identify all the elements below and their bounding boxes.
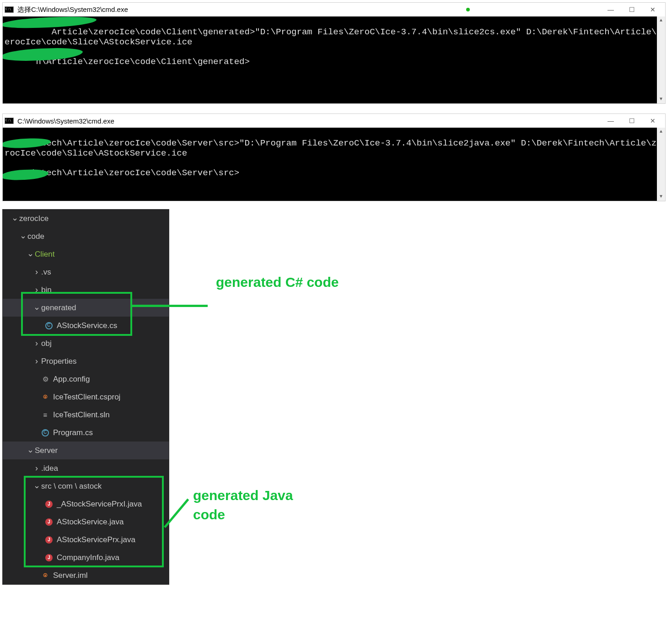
chevron-right-icon: [33, 285, 40, 295]
annotation-label-cs: generated C# code: [216, 273, 339, 292]
chevron-down-icon: [19, 232, 27, 242]
tree-label: Server: [35, 446, 58, 455]
tree-label: .idea: [41, 464, 58, 473]
tree-label: code: [27, 232, 44, 241]
java-file-icon: [45, 518, 53, 526]
chevron-right-icon: [33, 356, 40, 366]
tree-folder-obj[interactable]: obj: [3, 334, 169, 352]
cmd2-titlebar[interactable]: C:\Windows\System32\cmd.exe — ☐ ✕: [3, 114, 665, 128]
tree-file-server-iml[interactable]: Server.iml: [3, 566, 169, 584]
tree-file-astockservice-java[interactable]: AStockService.java: [3, 513, 169, 531]
java-file-icon: [45, 554, 53, 561]
scrollbar[interactable]: ▲ ▼: [657, 16, 665, 103]
tree-label: Properties: [41, 357, 76, 366]
minimize-button[interactable]: —: [600, 3, 621, 16]
tree-label: App.config: [53, 375, 90, 384]
config-file-icon: [41, 375, 49, 383]
tree-label: AStockService.java: [57, 517, 124, 527]
java-file-icon: [45, 501, 53, 508]
tree-folder-vs[interactable]: .vs: [3, 263, 169, 281]
scroll-down-button[interactable]: ▼: [657, 95, 665, 103]
tree-label: AStockServicePrx.java: [57, 535, 135, 544]
cmd2-body[interactable]: Fintech\Article\zerocIce\code\Server\src…: [3, 128, 665, 201]
project-file-icon: [41, 393, 49, 401]
minimize-button[interactable]: —: [600, 114, 621, 128]
solution-file-icon: [41, 411, 49, 419]
recording-dot-icon: [466, 8, 470, 11]
module-file-icon: [41, 571, 49, 580]
tree-label: _AStockServicePrxI.java: [57, 500, 142, 509]
tree-label: src \ com \ astock: [41, 482, 102, 491]
tree-file-csproj[interactable]: IceTestClient.csproj: [3, 388, 169, 406]
maximize-button[interactable]: ☐: [621, 3, 642, 16]
scroll-up-button[interactable]: ▲: [657, 16, 665, 25]
tree-label: Server.iml: [53, 571, 88, 580]
tree-label: Program.cs: [53, 428, 93, 437]
tree-folder-idea[interactable]: .idea: [3, 459, 169, 477]
tree-label: bin: [41, 286, 52, 295]
file-explorer: zerocIce code Client .vs bin generated A…: [2, 209, 169, 585]
chevron-down-icon: [11, 214, 18, 224]
tree-folder-client[interactable]: Client: [3, 245, 169, 263]
tree-file-astockserviceprx-java[interactable]: AStockServicePrx.java: [3, 531, 169, 549]
tree-label: Client: [35, 250, 54, 259]
cmd-icon: [5, 118, 14, 124]
cmd2-line1: Fintech\Article\zerocIce\code\Server\src…: [5, 138, 662, 158]
scroll-down-button[interactable]: ▼: [657, 193, 665, 201]
cmd1-body[interactable]: Article\zerocIce\code\Client\generated>"…: [3, 16, 665, 103]
cmd-window-2: C:\Windows\System32\cmd.exe — ☐ ✕ Fintec…: [2, 113, 666, 201]
tree-folder-server[interactable]: Server: [3, 442, 169, 459]
cmd1-titlebar[interactable]: 选择C:\Windows\System32\cmd.exe — ☐ ✕: [3, 3, 665, 16]
annotation-label-java: generated Java code: [193, 486, 293, 524]
tree-folder-bin[interactable]: bin: [3, 281, 169, 299]
scrollbar[interactable]: ▲ ▼: [657, 128, 665, 201]
tree-file-astockservice-cs[interactable]: AStockService.cs: [3, 317, 169, 334]
csharp-file-icon: [42, 429, 49, 436]
scroll-up-button[interactable]: ▲: [657, 128, 665, 136]
csharp-file-icon: [45, 322, 53, 329]
tree-file-companyinfo-java[interactable]: CompanyInfo.java: [3, 549, 169, 566]
tree-label: CompanyInfo.java: [57, 553, 119, 562]
tree-file-appconfig[interactable]: App.config: [3, 370, 169, 388]
tree-label: zerocIce: [19, 214, 48, 223]
close-button[interactable]: ✕: [642, 3, 663, 16]
tree-label: obj: [41, 339, 52, 348]
tree-folder-src-com-astock[interactable]: src \ com \ astock: [3, 477, 169, 495]
chevron-right-icon: [33, 267, 40, 277]
tree-folder-generated[interactable]: generated: [3, 299, 169, 317]
tree-file-program-cs[interactable]: Program.cs: [3, 424, 169, 442]
chevron-right-icon: [33, 463, 40, 473]
cmd1-line1: Article\zerocIce\code\Client\generated>"…: [5, 27, 662, 47]
tree-folder-zerocice[interactable]: zerocIce: [3, 210, 169, 227]
tree-label: IceTestClient.sln: [53, 410, 110, 420]
tree-file-astockserviceprxi-java[interactable]: _AStockServicePrxI.java: [3, 495, 169, 513]
tree-label: .vs: [41, 268, 51, 277]
chevron-down-icon: [27, 446, 34, 456]
tree-label: AStockService.cs: [57, 321, 117, 330]
chevron-right-icon: [33, 339, 40, 348]
tree-label: IceTestClient.csproj: [53, 393, 120, 402]
tree-folder-properties[interactable]: Properties: [3, 352, 169, 370]
chevron-down-icon: [27, 249, 34, 259]
tree-file-sln[interactable]: IceTestClient.sln: [3, 406, 169, 424]
chevron-down-icon: [33, 303, 40, 313]
maximize-button[interactable]: ☐: [621, 114, 642, 128]
chevron-down-icon: [33, 481, 40, 491]
cmd-icon: [5, 6, 14, 13]
cmd2-title: C:\Windows\System32\cmd.exe: [17, 117, 114, 125]
tree-folder-code[interactable]: code: [3, 227, 169, 245]
tree-label: generated: [41, 303, 76, 312]
java-file-icon: [45, 536, 53, 544]
close-button[interactable]: ✕: [642, 114, 663, 128]
cmd1-title: 选择C:\Windows\System32\cmd.exe: [17, 5, 128, 14]
cmd-window-1: 选择C:\Windows\System32\cmd.exe — ☐ ✕ Arti…: [2, 2, 666, 104]
